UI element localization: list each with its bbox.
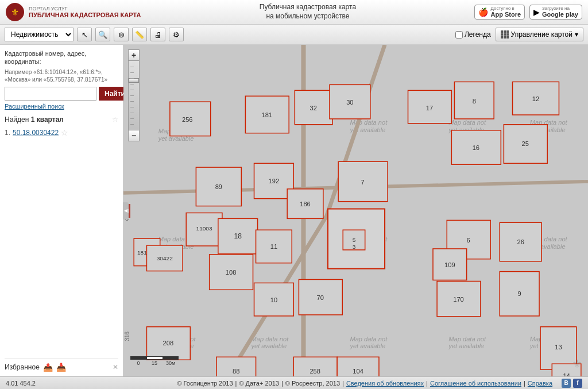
- svg-text:181: 181: [262, 111, 273, 118]
- zoom-out-tool-btn[interactable]: ⊖: [114, 28, 129, 41]
- svg-text:30422: 30422: [157, 255, 173, 261]
- legend-checkbox-label[interactable]: Легенда: [455, 30, 491, 38]
- scale-bar: 0 15 30м: [130, 356, 179, 366]
- favorites-import-icon[interactable]: 📥: [56, 363, 66, 372]
- svg-text:5: 5: [353, 237, 356, 243]
- svg-text:12: 12: [532, 95, 539, 102]
- map-area[interactable]: ◀ Map data not yet available Map data no…: [123, 45, 588, 376]
- header: ⚜ ПОРТАЛ УСЛУГ ПУБЛИЧНАЯ КАДАСТРОВАЯ КАР…: [0, 0, 588, 25]
- svg-text:25: 25: [522, 141, 529, 148]
- svg-text:109: 109: [444, 261, 455, 268]
- favorites-export-icon[interactable]: 📤: [43, 363, 53, 372]
- rosreestr-watermark: ⚜: [572, 357, 582, 371]
- zoom-in-btn[interactable]: +: [128, 49, 140, 61]
- layer-dropdown[interactable]: Недвижимость Территории Границы: [5, 28, 74, 41]
- toolbar-right: Легенда Управление картой ▾: [455, 28, 583, 41]
- result-link[interactable]: 50.18.0030422: [13, 129, 59, 137]
- svg-text:316: 316: [124, 332, 130, 341]
- search-example: Например «61:6:10104:12», «61:6:*», «Мос…: [5, 68, 118, 83]
- logo-emblem: ⚜: [6, 3, 24, 21]
- footer-sep3: |: [342, 380, 344, 387]
- svg-text:32: 32: [310, 105, 316, 111]
- scale-labels: 0 15 30м: [130, 360, 179, 366]
- vk-icon[interactable]: В: [562, 379, 571, 388]
- svg-text:186: 186: [300, 201, 311, 207]
- grid-icon: [501, 30, 509, 38]
- svg-text:8: 8: [473, 98, 476, 105]
- favorite-all-icon[interactable]: ☆: [112, 115, 118, 124]
- svg-text:Map data not: Map data not: [251, 336, 289, 342]
- svg-text:14: 14: [563, 372, 570, 376]
- zoom-thumb[interactable]: [129, 78, 139, 83]
- svg-text:170: 170: [453, 296, 464, 303]
- svg-text:17: 17: [426, 105, 433, 111]
- svg-text:181: 181: [137, 249, 147, 256]
- svg-text:70: 70: [317, 294, 324, 301]
- collapse-panel-btn[interactable]: ◀: [123, 202, 129, 219]
- svg-text:26: 26: [517, 238, 524, 245]
- pointer-tool-btn[interactable]: ↖: [77, 28, 92, 41]
- map-svg: Map data not yet available Map data not …: [123, 45, 588, 376]
- footer-center: © Госпицентр 2013 | © Дата+ 2013 | © Рос…: [177, 380, 552, 387]
- footer-social: В f: [562, 379, 582, 388]
- favorites-label: Избранное: [5, 363, 40, 371]
- close-panel-icon[interactable]: ✕: [113, 363, 118, 371]
- favorites-bar: Избранное 📤 📥 ✕: [5, 359, 118, 372]
- svg-text:192: 192: [269, 178, 280, 184]
- appstore-badge[interactable]: 🍎 Доступно в App Store: [474, 5, 525, 20]
- updates-link[interactable]: Сведения об обновлениях: [346, 380, 424, 387]
- googleplay-badge[interactable]: ▶ Загрузите на Google play: [529, 5, 582, 20]
- results-text: Найден 1 квартал: [5, 115, 64, 124]
- svg-text:89: 89: [215, 183, 222, 190]
- copyright-dataplus: © Дата+ 2013: [239, 380, 278, 387]
- android-icon: ▶: [533, 7, 540, 17]
- svg-text:9: 9: [518, 290, 521, 297]
- manage-map-btn[interactable]: Управление картой ▾: [496, 28, 583, 41]
- copyright-goscenter: © Госпицентр 2013: [177, 380, 233, 387]
- search-input[interactable]: [5, 87, 96, 101]
- zoom-in-tool-btn[interactable]: 🔍: [95, 28, 110, 41]
- search-label: Кадастровый номер, адрес, координаты:: [5, 49, 118, 66]
- svg-text:11003: 11003: [196, 225, 213, 232]
- scale-label-0: 0: [130, 360, 146, 366]
- toolbar: Недвижимость Территории Границы ↖ 🔍 ⊖ 📏 …: [0, 25, 588, 45]
- measure-tool-btn[interactable]: 📏: [132, 28, 147, 41]
- legend-checkbox[interactable]: [455, 31, 463, 38]
- zoom-slider[interactable]: [128, 61, 140, 130]
- scale-label-30: 30м: [163, 360, 179, 366]
- svg-text:16: 16: [473, 145, 479, 152]
- svg-text:Map data not: Map data not: [350, 336, 388, 342]
- left-panel: Кадастровый номер, адрес, координаты: На…: [0, 45, 123, 376]
- scale-segment-2: [146, 356, 163, 360]
- svg-text:10: 10: [270, 296, 277, 303]
- svg-text:88: 88: [233, 368, 239, 375]
- footer: 4.01 454.2 © Госпицентр 2013 | © Дата+ 2…: [0, 376, 588, 389]
- svg-text:18: 18: [234, 232, 242, 240]
- result-star-icon[interactable]: [61, 128, 68, 137]
- svg-text:6: 6: [467, 237, 470, 244]
- svg-text:Map data not: Map data not: [448, 336, 486, 342]
- zoom-out-btn[interactable]: −: [128, 130, 140, 141]
- copyright-rosreestr: © Росреестр, 2013: [285, 380, 340, 387]
- header-right: 🍎 Доступно в App Store ▶ Загрузите на Go…: [474, 5, 582, 20]
- logo-text: ПОРТАЛ УСЛУГ ПУБЛИЧНАЯ КАДАСТРОВАЯ КАРТА: [29, 6, 141, 18]
- svg-text:Map data not: Map data not: [448, 119, 486, 126]
- print-tool-btn[interactable]: 🖨: [150, 28, 165, 41]
- scale-segment-1: [130, 356, 146, 360]
- footer-coordinates: 4.01 454.2: [6, 380, 36, 387]
- advanced-search-link[interactable]: Расширенный поиск: [5, 103, 118, 110]
- footer-sep5: |: [524, 380, 525, 387]
- settings-tool-btn[interactable]: ⚙: [169, 28, 184, 41]
- help-link[interactable]: Справка: [528, 380, 552, 387]
- scale-label-15: 15: [146, 360, 163, 366]
- footer-sep4: |: [426, 380, 428, 387]
- facebook-icon[interactable]: f: [573, 379, 582, 388]
- logo-subtitle: ПОРТАЛ УСЛУГ: [29, 6, 141, 11]
- main-content: Кадастровый номер, адрес, координаты: На…: [0, 45, 588, 376]
- result-item: 1. 50.18.0030422: [5, 127, 118, 138]
- zoom-controls: + −: [128, 49, 140, 141]
- svg-text:108: 108: [226, 269, 237, 276]
- svg-text:256: 256: [182, 116, 193, 123]
- terms-link[interactable]: Соглашение об использовании: [430, 380, 521, 387]
- svg-text:208: 208: [163, 340, 174, 347]
